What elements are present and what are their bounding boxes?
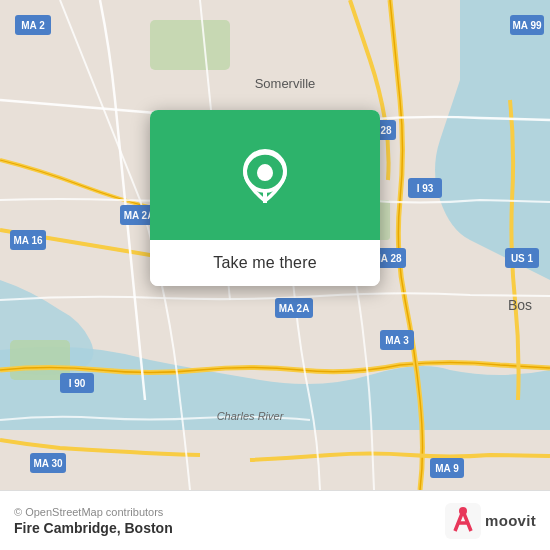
moovit-icon [445, 503, 481, 539]
location-name: Fire Cambridge, Boston [14, 520, 173, 536]
svg-text:MA 16: MA 16 [13, 235, 43, 246]
svg-point-37 [459, 507, 467, 515]
svg-text:US 1: US 1 [511, 253, 534, 264]
svg-text:I 93: I 93 [417, 183, 434, 194]
moovit-text: moovit [485, 512, 536, 529]
popup-green-area [150, 110, 380, 240]
svg-text:MA 2: MA 2 [21, 20, 45, 31]
svg-text:I 90: I 90 [69, 378, 86, 389]
take-me-there-button[interactable]: Take me there [150, 240, 380, 286]
svg-text:MA 99: MA 99 [512, 20, 542, 31]
location-pin-icon [237, 147, 293, 203]
svg-text:MA 2A: MA 2A [279, 303, 310, 314]
svg-text:MA 3: MA 3 [385, 335, 409, 346]
bottom-bar: © OpenStreetMap contributors Fire Cambri… [0, 490, 550, 550]
svg-text:Bos: Bos [508, 297, 532, 313]
svg-rect-3 [150, 20, 230, 70]
svg-point-35 [257, 165, 273, 181]
popup-card: Take me there [150, 110, 380, 286]
svg-text:MA 30: MA 30 [33, 458, 63, 469]
moovit-logo: moovit [445, 503, 536, 539]
bottom-left-info: © OpenStreetMap contributors Fire Cambri… [14, 506, 173, 536]
svg-text:Charles River: Charles River [217, 410, 285, 422]
map-container: MA 2 MA 2A MA 2A MA 28 MA 28 I 93 MA 16 … [0, 0, 550, 490]
attribution-text: © OpenStreetMap contributors [14, 506, 173, 518]
svg-text:Somerville: Somerville [255, 76, 316, 91]
svg-text:MA 9: MA 9 [435, 463, 459, 474]
